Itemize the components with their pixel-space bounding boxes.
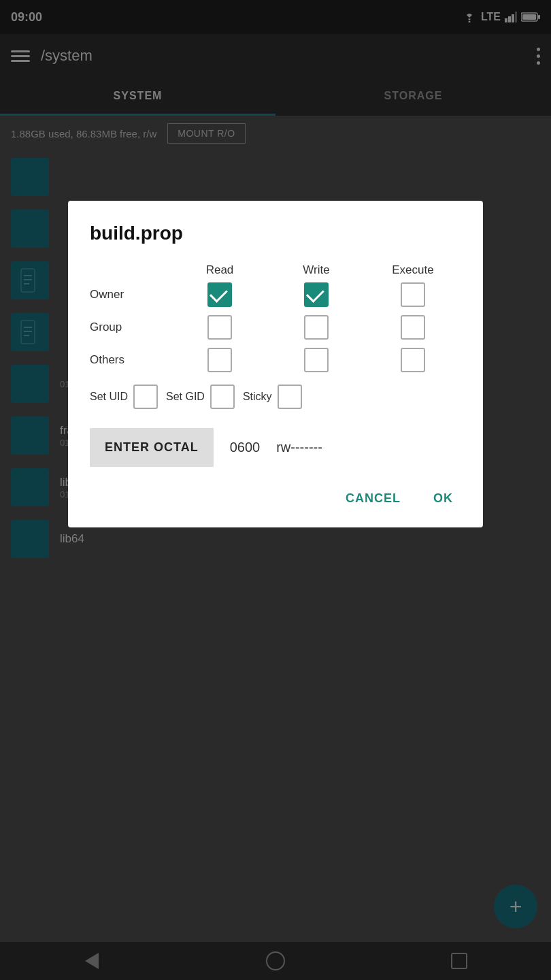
group-write-checkbox-wrap[interactable] [268,315,365,340]
others-write-checkbox-wrap[interactable] [268,348,365,372]
others-read-checkbox[interactable] [207,348,232,372]
setuid-checkbox[interactable] [133,385,158,409]
others-row: Others [90,348,461,372]
owner-execute-checkbox[interactable] [401,282,425,307]
octal-row: ENTER OCTAL 0600 rw------- [90,428,461,467]
execute-column-header: Execute [365,263,461,277]
enter-octal-button[interactable]: ENTER OCTAL [90,428,214,467]
permission-string: rw------- [276,440,322,455]
cancel-button[interactable]: CANCEL [337,486,409,511]
sticky-item: Sticky [243,385,302,409]
group-read-checkbox-wrap[interactable] [171,315,268,340]
others-execute-checkbox-wrap[interactable] [365,348,461,372]
group-write-checkbox[interactable] [304,315,329,340]
write-column-header: Write [268,263,365,277]
setgid-item: Set GID [166,385,235,409]
others-label: Others [90,353,171,367]
permissions-header: Read Write Execute [90,263,461,277]
group-label: Group [90,321,171,334]
ok-button[interactable]: OK [425,486,461,511]
read-column-header: Read [171,263,268,277]
dialog-actions: CANCEL OK [90,486,461,511]
group-execute-checkbox-wrap[interactable] [365,315,461,340]
setuid-item: Set UID [90,385,158,409]
setgid-checkbox[interactable] [210,385,235,409]
special-bits-row: Set UID Set GID Sticky [90,385,461,409]
owner-write-checkbox-wrap[interactable] [268,282,365,307]
owner-execute-checkbox-wrap[interactable] [365,282,461,307]
others-execute-checkbox[interactable] [401,348,425,372]
owner-label: Owner [90,288,171,301]
sticky-label: Sticky [243,391,272,403]
owner-read-checkbox[interactable] [207,282,232,307]
group-row: Group [90,315,461,340]
group-read-checkbox[interactable] [207,315,232,340]
dialog-title: build.prop [90,223,461,244]
setgid-label: Set GID [166,391,205,403]
setuid-label: Set UID [90,391,128,403]
others-write-checkbox[interactable] [304,348,329,372]
owner-row: Owner [90,282,461,307]
permissions-grid: Read Write Execute Owner Group [90,263,461,372]
group-execute-checkbox[interactable] [401,315,425,340]
sticky-checkbox[interactable] [278,385,302,409]
octal-value: 0600 [230,440,261,455]
permissions-dialog: build.prop Read Write Execute Owner Grou… [68,201,483,527]
others-read-checkbox-wrap[interactable] [171,348,268,372]
owner-read-checkbox-wrap[interactable] [171,282,268,307]
owner-write-checkbox[interactable] [304,282,329,307]
